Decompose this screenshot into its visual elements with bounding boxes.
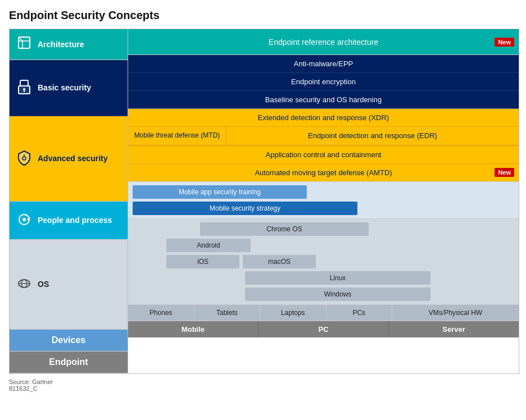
basic-row-1: Anti-malware/EPP [128,55,519,73]
footer-id: 811632_C [9,385,517,392]
device-vms: VMs/Physical HW [392,305,519,321]
svg-line-3 [19,37,22,41]
adv-amtd-row: Automated moving target defense (AMTD) N… [128,164,519,181]
advanced-label: Advanced security [38,153,108,163]
os-label: OS [38,279,49,289]
os-section: Chrome OS Android iOS macOS Linux Window… [128,219,519,305]
adv-mtd-edr-row: Mobile threat defense (MTD) Endpoint det… [128,127,519,145]
devices-row: Phones Tablets Laptops PCs VMs/Physical … [128,305,519,321]
basic-row-3: Baseline security and OS hardening [128,91,519,108]
left-basic: Basic security [10,60,128,116]
arch-row: Endpoint reference architecture New [128,29,519,55]
os-windows-bar: Windows [245,287,430,301]
os-ios-macos-row: iOS macOS [133,255,514,268]
strategy-row: Mobile security strategy [133,202,514,215]
os-chromeos-bar: Chrome OS [200,222,369,236]
os-macos-bar: macOS [243,255,316,268]
os-android-bar: Android [166,239,251,252]
os-linux-row: Linux [133,271,514,285]
advanced-icon [16,150,32,168]
svg-rect-4 [20,80,28,86]
os-chromeos-row: Chrome OS [133,222,514,236]
left-devices: Devices [10,330,128,351]
device-tablets: Tablets [194,305,261,321]
bottom-server: Server [389,321,519,337]
left-column: Architecture Basic security [10,29,128,373]
basic-icon [16,79,32,97]
training-bar: Mobile app security training [133,185,307,199]
architecture-label: Architecture [38,39,84,49]
os-android-row: Android [133,239,514,252]
diagram: Architecture Basic security [9,29,519,374]
right-column: Endpoint reference architecture New Anti… [128,29,519,373]
left-endpoint: Endpoint [10,351,128,373]
new-badge-arch: New [495,38,514,47]
people-label: People and process [38,215,112,225]
basic-label: Basic security [38,83,91,93]
architecture-icon [16,35,32,54]
os-icon [16,276,32,294]
os-windows-row: Windows [133,287,514,301]
bottom-mobile: Mobile [128,321,259,337]
device-phones: Phones [128,305,194,321]
footer: Source: Gartner 811632_C [9,378,517,392]
adv-mtd-cell: Mobile threat defense (MTD) [128,127,226,145]
left-advanced: Advanced security [10,116,128,202]
advanced-section: Extended detection and response (XDR) Mo… [128,109,519,182]
bottom-labels-row: Mobile PC Server [128,321,519,337]
left-os: OS [10,240,128,330]
basic-section: Anti-malware/EPP Endpoint encryption Bas… [128,55,519,109]
adv-edr-cell: Endpoint detection and response (EDR) [226,127,519,145]
adv-appcontrol-row: Application control and containment [128,145,519,164]
endpoint-label: Endpoint [49,357,88,367]
svg-point-6 [23,88,25,90]
new-badge-amtd: New [495,168,514,177]
footer-source: Source: Gartner [9,378,517,385]
basic-row-2: Endpoint encryption [128,73,519,91]
bottom-pc: PC [259,321,389,337]
page-title: Endpoint Security Concepts [9,9,517,22]
arch-content: Endpoint reference architecture [269,38,378,47]
training-row: Mobile app security training [133,185,514,199]
svg-point-11 [22,218,26,221]
strategy-bar: Mobile security strategy [133,202,357,215]
people-section: Mobile app security training Mobile secu… [128,182,519,219]
adv-xdr-row: Extended detection and response (XDR) [128,109,519,127]
os-ios-bar: iOS [166,255,239,268]
people-icon [16,212,32,230]
devices-label: Devices [52,335,86,345]
device-pcs: PCs [327,305,393,321]
left-people: People and process [10,202,128,240]
os-linux-bar: Linux [245,271,430,285]
device-laptops: Laptops [260,305,327,321]
left-architecture: Architecture [10,29,128,60]
